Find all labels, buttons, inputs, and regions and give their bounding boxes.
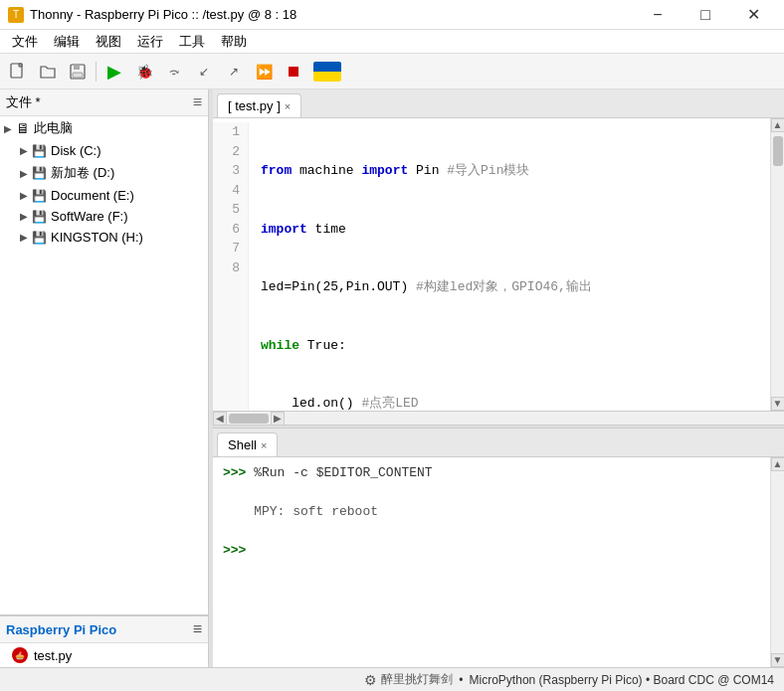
- file-section-title: 文件 *: [6, 93, 41, 111]
- scroll-down-arrow[interactable]: ▼: [771, 397, 785, 411]
- code-panel: [ test.py ] × 1 2 3 4 5 6 7: [213, 89, 784, 425]
- step-into-button[interactable]: ↙: [190, 58, 218, 86]
- editor-tab-close[interactable]: ×: [285, 100, 291, 112]
- shell-scroll-up[interactable]: ▲: [771, 457, 785, 471]
- drive-e-item[interactable]: ▶ 💾 Document (E:): [0, 185, 208, 206]
- drive-expand-icon: ▶: [20, 168, 28, 179]
- save-button[interactable]: [64, 58, 92, 86]
- rpi-section-title: Raspberry Pi Pico: [6, 622, 116, 637]
- menu-view[interactable]: 视图: [88, 31, 129, 53]
- h-scroll-thumb[interactable]: [229, 414, 269, 424]
- status-logo-icon: ⚙: [364, 672, 377, 688]
- file-section-collapse[interactable]: ≡: [193, 93, 202, 111]
- scroll-left-arrow[interactable]: ◀: [213, 412, 227, 426]
- line-numbers: 1 2 3 4 5 6 7 8: [213, 122, 249, 411]
- line-num-1: 1: [221, 122, 240, 142]
- code-line-4: while True:: [261, 336, 758, 356]
- shell-content[interactable]: >>> %Run -c $EDITOR_CONTENT MPY: soft re…: [213, 457, 770, 667]
- line-num-2: 2: [221, 142, 240, 162]
- drive-d-icon: 💾: [32, 166, 47, 180]
- drive-f-label: SoftWare (F:): [51, 209, 128, 224]
- line-num-8: 8: [221, 259, 240, 278]
- drive-f-icon: 💾: [32, 210, 47, 224]
- menu-tools[interactable]: 工具: [171, 31, 213, 53]
- line-num-6: 6: [221, 220, 240, 240]
- drive-expand-icon: ▶: [20, 232, 28, 243]
- sidebar: 文件 * ≡ ▶ 🖥 此电脑 ▶ 💾 Disk (C:) ▶ 💾 新加卷 (D:…: [0, 89, 209, 667]
- rpi-section-header: Raspberry Pi Pico ≡: [0, 616, 208, 643]
- editor-scrollbar[interactable]: ▲ ▼: [770, 118, 784, 411]
- code-content: 1 2 3 4 5 6 7 8 from machine import Pin …: [213, 118, 770, 411]
- scroll-right-arrow[interactable]: ▶: [271, 412, 285, 426]
- status-separator: •: [459, 673, 463, 687]
- editor-tab-bar: [ test.py ] ×: [213, 89, 784, 118]
- drive-h-icon: 💾: [32, 231, 47, 245]
- debug-button[interactable]: 🐞: [130, 58, 158, 86]
- maximize-button[interactable]: □: [683, 0, 728, 30]
- step-over-button[interactable]: ⤼: [160, 58, 188, 86]
- window-title: Thonny - Raspberry Pi Pico :: /test.py @…: [30, 7, 296, 22]
- shell-line-blank-2: [223, 522, 760, 542]
- drive-f-item[interactable]: ▶ 💾 SoftWare (F:): [0, 206, 208, 227]
- menu-edit[interactable]: 编辑: [46, 31, 88, 53]
- scroll-thumb[interactable]: [773, 136, 783, 166]
- code-lines[interactable]: from machine import Pin #导入Pin模块 import …: [249, 122, 770, 411]
- title-left: T Thonny - Raspberry Pi Pico :: /test.py…: [8, 7, 296, 23]
- code-inner: 1 2 3 4 5 6 7 8 from machine import Pin …: [213, 118, 784, 411]
- editor-horizontal-scrollbar[interactable]: ◀ ▶: [213, 411, 784, 425]
- code-line-3: led=Pin(25,Pin.OUT) #构建led对象，GPIO46,输出: [261, 277, 758, 297]
- drive-c-label: Disk (C:): [51, 143, 101, 158]
- status-bar: ⚙ 醉里挑灯舞剑 • MicroPython (Raspberry Pi Pic…: [0, 667, 784, 691]
- rpi-section-collapse[interactable]: ≡: [193, 620, 202, 638]
- close-button[interactable]: ✕: [730, 0, 776, 30]
- window-controls: − □ ✕: [635, 0, 776, 30]
- shell-line-blank-1: [223, 483, 760, 503]
- shell-line-1: >>> %Run -c $EDITOR_CONTENT: [223, 463, 760, 483]
- open-button[interactable]: [34, 58, 62, 86]
- drive-h-item[interactable]: ▶ 💾 KINGSTON (H:): [0, 227, 208, 248]
- open-icon: [39, 63, 57, 81]
- toolbar: ▶ 🐞 ⤼ ↙ ↗ ⏩ ⏹: [0, 54, 784, 89]
- drive-expand-icon: ▶: [20, 145, 28, 156]
- shell-cmd-1: %Run -c $EDITOR_CONTENT: [254, 465, 432, 480]
- run-button[interactable]: ▶: [100, 58, 128, 86]
- shell-scroll-down[interactable]: ▼: [771, 653, 785, 667]
- line-num-7: 7: [221, 239, 240, 259]
- drive-d-item[interactable]: ▶ 💾 新加卷 (D:): [0, 161, 208, 185]
- shell-line-prompt-2: >>>: [223, 541, 760, 561]
- menu-file[interactable]: 文件: [4, 31, 46, 53]
- stop-button[interactable]: ⏹: [280, 58, 307, 86]
- code-editor[interactable]: 1 2 3 4 5 6 7 8 from machine import Pin …: [213, 118, 770, 411]
- minimize-button[interactable]: −: [635, 0, 681, 30]
- app-icon: T: [8, 7, 24, 23]
- drive-e-icon: 💾: [32, 189, 47, 203]
- shell-tab-close[interactable]: ×: [261, 439, 267, 451]
- editor-tab-test-py[interactable]: [ test.py ] ×: [217, 93, 301, 117]
- shell-output-1: MPY: soft reboot: [223, 504, 378, 519]
- editor-shell-container: [ test.py ] × 1 2 3 4 5 6 7: [213, 89, 784, 667]
- status-logo: ⚙ 醉里挑灯舞剑: [364, 671, 453, 688]
- menu-run[interactable]: 运行: [129, 31, 171, 53]
- new-button[interactable]: [4, 58, 32, 86]
- shell-tab[interactable]: Shell ×: [217, 432, 278, 456]
- flag-ukraine: [313, 62, 341, 82]
- rpi-file-item[interactable]: 🥧 test.py: [0, 643, 208, 667]
- this-computer-item[interactable]: ▶ 🖥 此电脑: [0, 116, 208, 140]
- title-bar: T Thonny - Raspberry Pi Pico :: /test.py…: [0, 0, 784, 30]
- line-num-3: 3: [221, 161, 240, 181]
- new-icon: [9, 63, 27, 81]
- svg-rect-2: [74, 65, 80, 70]
- shell-scrollbar[interactable]: ▲ ▼: [770, 457, 784, 667]
- toolbar-separator-1: [96, 62, 97, 82]
- menu-help[interactable]: 帮助: [213, 31, 255, 53]
- step-out-button[interactable]: ↗: [220, 58, 248, 86]
- save-icon: [69, 63, 87, 81]
- shell-inner: >>> %Run -c $EDITOR_CONTENT MPY: soft re…: [213, 457, 784, 667]
- drive-h-label: KINGSTON (H:): [51, 230, 143, 245]
- code-line-1: from machine import Pin #导入Pin模块: [261, 161, 758, 181]
- scroll-up-arrow[interactable]: ▲: [771, 118, 785, 132]
- drive-c-item[interactable]: ▶ 💾 Disk (C:): [0, 140, 208, 161]
- editor-tab-label: [ test.py ]: [228, 98, 281, 113]
- drive-expand-icon: ▶: [20, 211, 28, 222]
- resume-button[interactable]: ⏩: [250, 58, 278, 86]
